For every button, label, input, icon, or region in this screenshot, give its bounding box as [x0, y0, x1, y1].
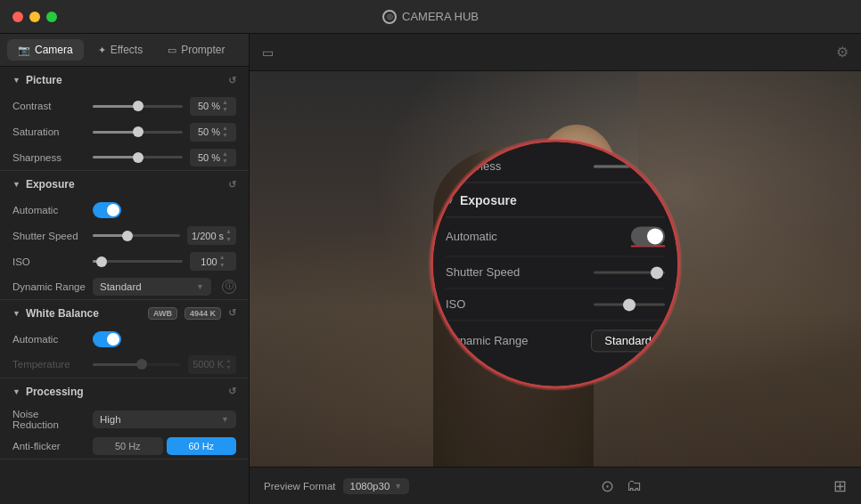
exposure-automatic-row: Automatic — [0, 198, 249, 223]
processing-reset-icon[interactable]: ↺ — [228, 386, 236, 397]
contrast-value: 50 % ▲ ▼ — [190, 97, 236, 116]
dynamic-range-select[interactable]: Standard ▼ — [93, 278, 211, 296]
minimize-button[interactable] — [29, 12, 40, 22]
anti-flicker-buttons: 50 Hz 60 Hz — [93, 437, 236, 455]
contrast-row: Contrast 50 % ▲ ▼ — [0, 93, 249, 119]
camera-tab-icon: 📷 — [18, 45, 30, 56]
picture-chevron[interactable]: ▼ — [12, 76, 20, 85]
dynamic-range-info-icon[interactable]: ⓘ — [222, 280, 236, 294]
white-balance-chevron[interactable]: ▼ — [12, 309, 20, 318]
noise-reduction-chevron: ▼ — [221, 415, 229, 424]
temp-badge: 4944 K — [184, 307, 221, 320]
grid-icon[interactable]: ⊞ — [833, 476, 847, 496]
magnifier-content: Sharpness ▼ Exposure Automatic — [433, 142, 677, 386]
prompter-tab-icon: ▭ — [168, 45, 176, 56]
mag-shutter-row: Shutter Speed — [446, 256, 665, 289]
maximize-button[interactable] — [46, 12, 57, 22]
sharpness-stepper[interactable]: ▲ ▼ — [222, 150, 228, 166]
iso-value: 100 ▲ ▼ — [190, 252, 236, 271]
contrast-slider[interactable] — [93, 105, 183, 108]
main-layout: 📷 Camera ✦ Effects ▭ Prompter ▼ Picture … — [0, 34, 861, 504]
temperature-stepper[interactable]: ▲ ▼ — [226, 357, 232, 372]
dynamic-range-chevron: ▼ — [196, 282, 204, 291]
exposure-section: ▼ Exposure ↺ Automatic Shutter Speed — [0, 171, 249, 300]
preview-area: Sharpness ▼ Exposure Automatic — [250, 71, 861, 467]
sharpness-value: 50 % ▲ ▼ — [190, 149, 236, 167]
mag-iso-row: ISO — [446, 289, 665, 321]
preview-format-chevron: ▼ — [394, 482, 402, 491]
temperature-row: Temperature 5000 K ▲ ▼ — [0, 352, 249, 378]
iso-slider[interactable] — [93, 260, 183, 263]
shutter-speed-row: Shutter Speed 1/200 s ▲ ▼ — [0, 223, 249, 248]
folder-icon[interactable]: 🗂 — [627, 476, 643, 495]
wb-automatic-row: Automatic — [0, 327, 249, 352]
sharpness-row: Sharpness 50 % ▲ ▼ — [0, 145, 249, 171]
processing-header: ▼ Processing ↺ — [0, 378, 249, 405]
settings-icon[interactable]: ⚙ — [836, 44, 849, 61]
shutter-speed-slider[interactable] — [93, 234, 180, 237]
mag-automatic-row: Automatic — [446, 217, 665, 256]
saturation-row: Saturation 50 % ▲ ▼ — [0, 119, 249, 145]
saturation-slider[interactable] — [93, 131, 183, 134]
awb-badge: AWB — [148, 307, 177, 320]
tab-bar: 📷 Camera ✦ Effects ▭ Prompter — [0, 34, 249, 67]
picture-header: ▼ Picture ↺ — [0, 67, 249, 93]
magnifier-overlay: Sharpness ▼ Exposure Automatic — [430, 139, 680, 388]
tab-effects[interactable]: ✦ Effects — [87, 39, 153, 61]
processing-header-left: ▼ Processing — [12, 386, 84, 398]
mag-sharpness-slider — [594, 165, 665, 167]
exposure-automatic-toggle[interactable] — [93, 202, 121, 218]
freq-50hz-button[interactable]: 50 Hz — [93, 437, 163, 455]
content-toolbar: ▭ ⚙ — [250, 34, 861, 71]
panel-toggle-icon[interactable]: ▭ — [262, 45, 274, 60]
white-balance-reset-icon[interactable]: ↺ — [228, 307, 236, 319]
picture-reset-icon[interactable]: ↺ — [228, 75, 236, 86]
app-icon: ◎ — [382, 10, 397, 24]
processing-chevron[interactable]: ▼ — [12, 387, 20, 396]
picture-header-left: ▼ Picture — [12, 74, 62, 86]
shutter-speed-stepper[interactable]: ▲ ▼ — [226, 228, 232, 243]
picture-section: ▼ Picture ↺ Contrast 50 % ▲ — [0, 67, 249, 171]
noise-reduction-select[interactable]: High ▼ — [93, 411, 236, 428]
anti-flicker-row: Anti-flicker 50 Hz 60 Hz — [0, 434, 249, 459]
temperature-value: 5000 K ▲ ▼ — [188, 355, 236, 374]
white-balance-header-right: AWB 4944 K ↺ — [148, 307, 236, 320]
exposure-chevron[interactable]: ▼ — [12, 180, 20, 189]
close-button[interactable] — [12, 12, 23, 22]
bottom-center-icons: ⊙ 🗂 — [601, 476, 643, 496]
mag-shutter-slider — [594, 271, 665, 273]
titlebar: ◎ CAMERA HUB — [0, 0, 861, 34]
bottom-left: Preview Format 1080p30 ▼ — [264, 478, 409, 494]
dynamic-range-row: Dynamic Range Standard ▼ ⓘ — [0, 274, 249, 299]
capture-icon[interactable]: ⊙ — [601, 476, 614, 496]
camera-preview: Sharpness ▼ Exposure Automatic — [250, 71, 861, 467]
tab-prompter[interactable]: ▭ Prompter — [157, 39, 235, 61]
window-controls[interactable] — [12, 12, 57, 22]
mag-iso-slider — [594, 303, 665, 305]
processing-section: ▼ Processing ↺ Noise Reduction High ▼ An… — [0, 378, 249, 459]
white-balance-header: ▼ White Balance AWB 4944 K ↺ — [0, 300, 249, 327]
main-content: ▭ ⚙ Sharpness — [250, 34, 861, 504]
mag-automatic-right — [631, 226, 665, 247]
iso-stepper[interactable]: ▲ ▼ — [219, 254, 226, 269]
iso-row: ISO 100 ▲ ▼ — [0, 248, 249, 274]
mag-automatic-toggle[interactable] — [631, 226, 665, 246]
bottom-bar: Preview Format 1080p30 ▼ ⊙ 🗂 ⊞ — [250, 467, 861, 504]
exposure-reset-icon[interactable]: ↺ — [228, 179, 236, 191]
saturation-value: 50 % ▲ ▼ — [190, 123, 236, 142]
mag-dynamic-range-row: Dynamic Range Standard — [446, 321, 665, 361]
white-balance-section: ▼ White Balance AWB 4944 K ↺ Automatic T… — [0, 300, 249, 378]
wb-automatic-toggle[interactable] — [93, 331, 121, 347]
saturation-stepper[interactable]: ▲ ▼ — [222, 125, 228, 140]
preview-format-select[interactable]: 1080p30 ▼ — [343, 478, 410, 494]
mag-exposure-title: ▼ Exposure — [446, 183, 665, 217]
sidebar: 📷 Camera ✦ Effects ▭ Prompter ▼ Picture … — [0, 34, 250, 504]
temperature-slider — [93, 363, 181, 366]
shutter-speed-value: 1/200 s ▲ ▼ — [187, 226, 236, 245]
tab-camera[interactable]: 📷 Camera — [7, 39, 84, 61]
contrast-stepper[interactable]: ▲ ▼ — [222, 99, 228, 114]
sharpness-slider[interactable] — [93, 156, 183, 159]
effects-tab-icon: ✦ — [98, 45, 106, 56]
app-title: ◎ CAMERA HUB — [382, 10, 479, 24]
freq-60hz-button[interactable]: 60 Hz — [167, 437, 237, 455]
